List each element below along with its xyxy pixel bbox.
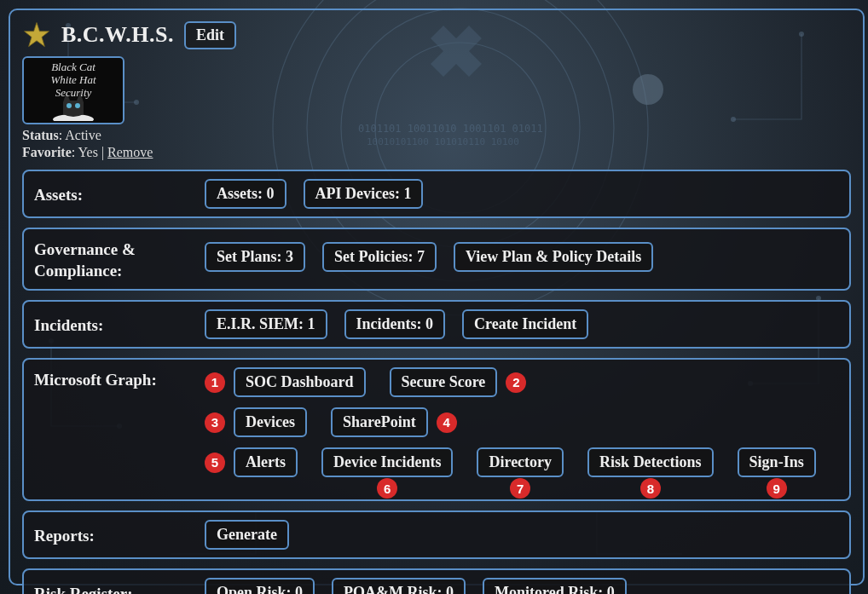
sign-ins-button[interactable]: Sign-Ins <box>738 447 816 477</box>
risk-detections-button[interactable]: Risk Detections <box>587 447 714 477</box>
remove-favorite-link[interactable]: Remove <box>107 145 153 159</box>
section-incidents: Incidents E.I.R. SIEM: 1 Incidents: 0 Cr… <box>22 300 851 349</box>
section-label-assets: Assets <box>34 182 205 206</box>
create-incident-button[interactable]: Create Incident <box>462 309 588 339</box>
directory-button[interactable]: Directory <box>477 447 564 477</box>
badge-8: 8 <box>640 478 661 499</box>
badge-4: 4 <box>437 412 457 433</box>
view-plan-policy-button[interactable]: View Plan & Policy Details <box>454 242 653 272</box>
badge-3: 3 <box>205 412 225 433</box>
api-devices-button[interactable]: API Devices: 1 <box>304 179 424 209</box>
set-plans-button[interactable]: Set Plans: 3 <box>205 242 305 272</box>
open-risk-button[interactable]: Open Risk: 0 <box>205 578 315 594</box>
generate-button[interactable]: Generate <box>205 520 289 550</box>
app-title: B.C.W.H.S. <box>61 22 174 48</box>
section-assets: Assets Assets: 0 API Devices: 1 <box>22 170 851 218</box>
svg-point-16 <box>67 103 72 108</box>
eir-siem-button[interactable]: E.I.R. SIEM: 1 <box>205 309 327 339</box>
section-label-reports: Reports <box>34 523 205 547</box>
section-label-governance: Governance & Compliance <box>34 237 205 281</box>
assets-count-button[interactable]: Assets: 0 <box>205 179 286 209</box>
badge-6: 6 <box>377 478 397 499</box>
badge-5: 5 <box>205 453 225 473</box>
alerts-button[interactable]: Alerts <box>234 447 298 477</box>
soc-dashboard-button[interactable]: SOC Dashboard <box>234 367 366 397</box>
section-risk: Risk Register Open Risk: 0 POA&M Risk: 0… <box>22 568 851 594</box>
badge-9: 9 <box>767 478 787 499</box>
brand-logo: Black Cat White Hat Security <box>22 56 124 124</box>
section-label-msgraph: Microsoft Graph <box>34 367 205 391</box>
set-policies-button[interactable]: Set Policies: 7 <box>322 242 437 272</box>
svg-point-17 <box>75 103 80 108</box>
badge-2: 2 <box>506 372 526 393</box>
device-incidents-button[interactable]: Device Incidents <box>321 447 453 477</box>
favorite-line: Favorite: Yes | Remove <box>22 145 851 160</box>
star-icon <box>22 20 51 49</box>
section-reports: Reports Generate <box>22 510 851 559</box>
incidents-count-button[interactable]: Incidents: 0 <box>344 309 446 339</box>
status-line: Status: Active <box>22 128 851 143</box>
edit-button[interactable]: Edit <box>184 21 236 49</box>
badge-1: 1 <box>205 372 225 393</box>
section-label-risk: Risk Register <box>34 581 205 594</box>
sharepoint-button[interactable]: SharePoint <box>331 407 428 437</box>
section-label-incidents: Incidents <box>34 313 205 337</box>
secure-score-button[interactable]: Secure Score <box>390 367 498 397</box>
monitored-risk-button[interactable]: Monitored Risk: 0 <box>483 578 627 594</box>
section-msgraph: Microsoft Graph 1 SOC Dashboard Secure S… <box>22 358 851 501</box>
section-governance: Governance & Compliance Set Plans: 3 Set… <box>22 228 851 291</box>
devices-button[interactable]: Devices <box>234 407 307 437</box>
badge-7: 7 <box>510 478 530 499</box>
poam-risk-button[interactable]: POA&M Risk: 0 <box>332 578 466 594</box>
